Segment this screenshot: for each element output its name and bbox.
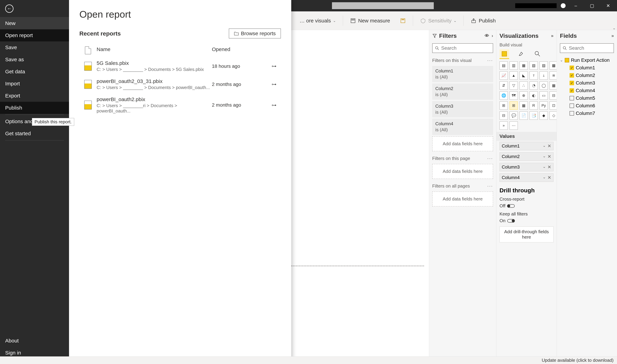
field-tree-node[interactable]: Column4 xyxy=(570,87,614,94)
map-icon[interactable]: 🌐 xyxy=(499,91,508,100)
paginated-icon[interactable]: 📑 xyxy=(529,111,538,120)
narrative-icon[interactable]: 📄 xyxy=(520,111,528,120)
azure-map-icon[interactable]: ⊕ xyxy=(520,91,528,100)
stacked-bar-icon[interactable]: ▤ xyxy=(499,61,508,70)
clustered-bar-icon[interactable]: ▦ xyxy=(520,61,528,70)
chevron-down-icon[interactable]: ⌄ xyxy=(543,154,546,159)
backstage-save[interactable]: Save xyxy=(0,41,69,53)
clustered-column-icon[interactable]: ▧ xyxy=(529,61,538,70)
waterfall-icon[interactable]: ⇵ xyxy=(499,81,508,90)
avatar[interactable] xyxy=(561,3,565,8)
checkbox[interactable] xyxy=(570,96,574,100)
matrix-icon[interactable]: ▦ xyxy=(520,102,528,110)
backstage-import[interactable]: Import xyxy=(0,78,69,90)
value-field[interactable]: Column3 ⌄✕ xyxy=(499,163,553,171)
filter-card[interactable]: Column1 is (All) xyxy=(432,66,493,82)
analytics-tab[interactable] xyxy=(533,49,542,59)
hundred-bar-icon[interactable]: ▨ xyxy=(539,61,548,70)
ribbon-collapse-chevron[interactable]: ⌄ xyxy=(613,26,616,30)
pin-icon[interactable]: ⊶ xyxy=(272,63,276,69)
remove-icon[interactable]: ✕ xyxy=(548,154,551,159)
browse-reports-button[interactable]: Browse reports xyxy=(229,28,281,39)
chevron-down-icon[interactable]: ⌄ xyxy=(543,164,546,170)
maximize-button[interactable]: ▢ xyxy=(586,1,598,10)
value-field[interactable]: Column2 ⌄✕ xyxy=(499,152,553,161)
python-visual-icon[interactable]: Py xyxy=(539,102,548,110)
fields-search[interactable] xyxy=(560,43,614,53)
recent-file-row[interactable]: powerBI_oauth2_03_31.pbix C: > Users > _… xyxy=(79,75,281,93)
value-field[interactable]: Column1 ⌄✕ xyxy=(499,142,553,150)
remove-icon[interactable]: ✕ xyxy=(548,164,551,170)
stacked-area-icon[interactable]: ◣ xyxy=(520,71,528,80)
more-visuals-icon[interactable]: » xyxy=(499,121,508,130)
sensitivity-button[interactable]: Sensitivity ⌄ xyxy=(417,16,459,25)
minimize-button[interactable]: – xyxy=(570,1,582,10)
quick-measure-button[interactable] xyxy=(397,16,409,25)
field-tree-node[interactable]: Column6 xyxy=(570,102,614,110)
collapse-icon[interactable]: › xyxy=(492,33,493,39)
checkbox[interactable] xyxy=(570,111,574,116)
filter-card[interactable]: Column3 is (All) xyxy=(432,101,493,117)
field-tree-node[interactable]: Column7 xyxy=(570,110,614,117)
checkbox-checked[interactable] xyxy=(570,88,574,93)
backstage-new[interactable]: New xyxy=(0,17,69,29)
checkbox-checked[interactable] xyxy=(570,65,574,70)
fields-search-input[interactable] xyxy=(569,45,617,51)
qa-icon[interactable]: 💬 xyxy=(510,111,518,120)
stacked-column-icon[interactable]: ▥ xyxy=(510,61,518,70)
filters-search[interactable] xyxy=(432,43,493,53)
table-icon[interactable]: ⊞ xyxy=(510,102,518,110)
backstage-get-started[interactable]: Get started xyxy=(0,128,69,140)
filters-page-drop[interactable]: Add data fields here xyxy=(432,164,493,179)
field-tree-node[interactable]: Column1 xyxy=(570,64,614,72)
close-button[interactable]: ✕ xyxy=(602,1,614,10)
drill-through-drop[interactable]: Add drill-through fields here xyxy=(499,226,553,242)
table-tree-node[interactable]: ⌄ Run Export Action xyxy=(560,56,614,64)
recent-file-row[interactable]: 5G Sales.pbix C: > Users > ________ > Do… xyxy=(79,57,281,75)
format-visual-tab[interactable] xyxy=(516,49,526,59)
filter-card[interactable]: Column2 is (All) xyxy=(432,83,493,100)
area-chart-icon[interactable]: ▲ xyxy=(510,71,518,80)
chevron-down-icon[interactable]: ⌄ xyxy=(543,175,546,180)
more-icon[interactable]: ··· xyxy=(487,183,493,189)
update-available-link[interactable]: Update available (click to download) xyxy=(542,358,614,363)
kpi-icon[interactable]: ⊞ xyxy=(499,102,508,110)
eye-icon[interactable]: 👁 xyxy=(485,33,489,39)
line-chart-icon[interactable]: 📈 xyxy=(499,71,508,80)
new-measure-button[interactable]: New measure xyxy=(347,16,393,25)
expand-icon[interactable]: » xyxy=(551,33,553,39)
donut-icon[interactable]: ◯ xyxy=(539,81,548,90)
filter-card[interactable]: Column4 is (All) xyxy=(432,119,493,135)
checkbox-checked[interactable] xyxy=(570,81,574,85)
filled-map-icon[interactable]: 🗺 xyxy=(510,91,518,100)
backstage-publish[interactable]: Publish xyxy=(0,102,69,114)
field-tree-node[interactable]: Column5 xyxy=(570,94,614,102)
publish-button[interactable]: Publish xyxy=(468,16,499,25)
remove-icon[interactable]: ✕ xyxy=(548,175,551,180)
keep-filters-toggle[interactable]: On xyxy=(499,218,553,223)
r-visual-icon[interactable]: R xyxy=(529,102,538,110)
backstage-export[interactable]: Export xyxy=(0,90,69,102)
build-visual-tab[interactable] xyxy=(499,49,509,59)
backstage-get-data[interactable]: Get data xyxy=(0,65,69,78)
scatter-icon[interactable]: ∴ xyxy=(520,81,528,90)
line-column-icon[interactable]: ⫯ xyxy=(529,71,538,80)
backstage-about[interactable]: About xyxy=(0,335,69,347)
filters-all-drop[interactable]: Add data fields here xyxy=(432,192,493,207)
back-button[interactable]: ← xyxy=(0,0,69,17)
funnel-icon[interactable]: ▽ xyxy=(510,81,518,90)
chevron-down-icon[interactable]: ⌄ xyxy=(543,143,546,149)
backstage-open-report[interactable]: Open report xyxy=(0,29,69,41)
checkbox[interactable] xyxy=(570,104,574,108)
more-visuals-button[interactable]: … ore visuals ⌄ xyxy=(297,16,339,25)
decomposition-icon[interactable]: ⊟ xyxy=(499,111,508,120)
pin-icon[interactable]: ⊶ xyxy=(272,102,276,108)
ellipsis-icon[interactable]: ⋯ xyxy=(510,121,518,130)
remove-icon[interactable]: ✕ xyxy=(548,143,551,149)
more-icon[interactable]: ··· xyxy=(487,156,493,161)
backstage-save-as[interactable]: Save as xyxy=(0,53,69,65)
value-field[interactable]: Column4 ⌄✕ xyxy=(499,173,553,182)
pin-icon[interactable]: ⊶ xyxy=(272,81,276,87)
power-apps-icon[interactable]: ◆ xyxy=(539,111,548,120)
line-clustered-icon[interactable]: ⫰ xyxy=(539,71,548,80)
